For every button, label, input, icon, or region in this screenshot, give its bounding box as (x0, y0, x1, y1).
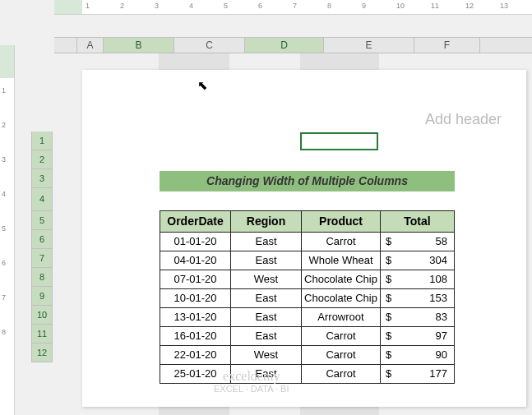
row-header-12[interactable]: 12 (32, 344, 52, 362)
cell-amount[interactable]: 108 (396, 270, 455, 288)
ruler-h-tick: 10 (396, 2, 405, 10)
cell-date[interactable]: 25-01-20 (160, 364, 231, 383)
header-placeholder[interactable]: Add header (82, 111, 502, 128)
table-row[interactable]: 13-01-20 East Arrowroot $ 83 (160, 307, 455, 326)
row-header-11[interactable]: 11 (32, 325, 52, 344)
page-surface: Add header Changing Width of Multiple Co… (82, 70, 526, 407)
row-header-8[interactable]: 8 (32, 268, 52, 287)
cell-product[interactable]: Whole Wheat (302, 251, 381, 270)
ruler-h-tick: 6 (258, 2, 262, 10)
cell-currency[interactable]: $ (381, 232, 396, 251)
cell-currency[interactable]: $ (381, 307, 396, 326)
row-headers: 1 2 3 4 5 6 7 8 9 10 11 12 (31, 131, 53, 362)
cell-amount[interactable]: 304 (396, 251, 455, 270)
table-row[interactable]: 22-01-20 West Carrot $ 90 (160, 345, 455, 364)
cell-currency[interactable]: $ (381, 345, 396, 364)
cell-amount[interactable]: 153 (396, 288, 455, 307)
cell-region[interactable]: East (231, 232, 302, 251)
ruler-v-tick: 8 (2, 328, 6, 336)
ruler-v-tick: 4 (2, 190, 6, 198)
cell-product[interactable]: Carrot (302, 345, 381, 364)
cell-product[interactable]: Chocolate Chip (302, 288, 381, 307)
ruler-h-tick: 1 (86, 2, 90, 10)
column-header-f[interactable]: F (414, 38, 480, 53)
row-header-10[interactable]: 10 (32, 306, 52, 325)
ruler-h-tick: 7 (293, 2, 297, 10)
table-row[interactable]: 25-01-20 East Carrot $ 177 (160, 364, 455, 383)
row-header-6[interactable]: 6 (32, 230, 52, 249)
cell-region[interactable]: East (231, 288, 302, 307)
header-product[interactable]: Product (302, 210, 381, 232)
cell-product[interactable]: Chocolate Chip (302, 270, 381, 288)
cell-date[interactable]: 16-01-20 (160, 326, 231, 345)
row-header-3[interactable]: 3 (32, 169, 52, 188)
table-row[interactable]: 07-01-20 West Chocolate Chip $ 108 (160, 270, 455, 288)
column-header-d[interactable]: D (245, 38, 324, 53)
cell-amount[interactable]: 90 (396, 345, 455, 364)
column-header-c[interactable]: C (174, 38, 245, 53)
column-headers: A B C D E F (54, 37, 532, 53)
cell-product[interactable]: Carrot (302, 326, 381, 345)
cell-region[interactable]: West (231, 270, 302, 288)
ruler-v-tick: 6 (2, 259, 6, 267)
cell-amount[interactable]: 83 (396, 307, 455, 326)
cell-currency[interactable]: $ (381, 326, 396, 345)
table-row[interactable]: 10-01-20 East Chocolate Chip $ 153 (160, 288, 455, 307)
cell-currency[interactable]: $ (381, 288, 396, 307)
ruler-h-tick: 9 (362, 2, 366, 10)
ruler-h-tick: 4 (189, 2, 193, 10)
cell-region[interactable]: East (231, 326, 302, 345)
cell-date[interactable]: 10-01-20 (160, 288, 231, 307)
cell-date[interactable]: 13-01-20 (160, 307, 231, 326)
row-header-5[interactable]: 5 (32, 211, 52, 230)
cell-region[interactable]: East (231, 251, 302, 270)
row-header-4[interactable]: 4 (32, 188, 52, 211)
cell-date[interactable]: 07-01-20 (160, 270, 231, 288)
column-header-a[interactable]: A (77, 38, 104, 53)
header-orderdate[interactable]: OrderDate (160, 210, 231, 232)
row-header-9[interactable]: 9 (32, 287, 52, 306)
row-header-7[interactable]: 7 (32, 249, 52, 268)
cell-amount[interactable]: 97 (396, 326, 455, 345)
horizontal-ruler[interactable]: 1 2 3 4 5 6 7 8 9 10 11 12 13 (54, 0, 532, 15)
worksheet-table[interactable]: Changing Width of Multiple Columns Order… (160, 151, 455, 384)
header-total[interactable]: Total (381, 210, 455, 232)
header-region[interactable]: Region (231, 210, 302, 232)
cell-currency[interactable]: $ (381, 251, 396, 270)
table-row[interactable]: 01-01-20 East Carrot $ 58 (160, 232, 455, 251)
column-header-b[interactable]: B (104, 38, 174, 53)
ruler-h-tick: 2 (120, 2, 124, 10)
cell-date[interactable]: 01-01-20 (160, 232, 231, 251)
cell-currency[interactable]: $ (381, 270, 396, 288)
select-all-corner[interactable] (54, 38, 77, 53)
cell-amount[interactable]: 58 (396, 232, 455, 251)
ruler-h-tick: 13 (500, 2, 508, 10)
vertical-ruler[interactable]: 1 2 3 4 5 6 7 8 (0, 45, 15, 415)
cell-product[interactable]: Arrowroot (302, 307, 381, 326)
column-header-e[interactable]: E (324, 38, 414, 53)
row-header-2[interactable]: 2 (32, 150, 52, 169)
cell-product[interactable]: Carrot (302, 364, 381, 383)
cell-date[interactable]: 22-01-20 (160, 345, 231, 364)
row-header-1[interactable]: 1 (32, 131, 52, 150)
ruler-h-tick: 11 (431, 2, 439, 10)
ruler-h-tick: 3 (155, 2, 159, 10)
ruler-v-tick: 2 (2, 121, 6, 129)
table-title[interactable]: Changing Width of Multiple Columns (160, 171, 455, 191)
cell-product[interactable]: Carrot (302, 232, 381, 251)
ruler-v-tick: 1 (2, 86, 6, 95)
ruler-v-tick: 3 (2, 155, 6, 164)
cell-region[interactable]: East (231, 364, 302, 383)
ruler-h-tick: 12 (465, 2, 474, 10)
cell-date[interactable]: 04-01-20 (160, 251, 231, 270)
ruler-h-tick: 5 (224, 2, 228, 10)
table-row[interactable]: 04-01-20 East Whole Wheat $ 304 (160, 251, 455, 270)
table-row[interactable]: 16-01-20 East Carrot $ 97 (160, 326, 455, 345)
cell-currency[interactable]: $ (381, 364, 396, 383)
cell-region[interactable]: West (231, 345, 302, 364)
ruler-v-tick: 5 (2, 224, 6, 233)
cell-region[interactable]: East (231, 307, 302, 326)
cell-amount[interactable]: 177 (396, 364, 455, 383)
ruler-h-tick: 8 (327, 2, 331, 10)
ruler-v-tick: 7 (2, 293, 6, 302)
